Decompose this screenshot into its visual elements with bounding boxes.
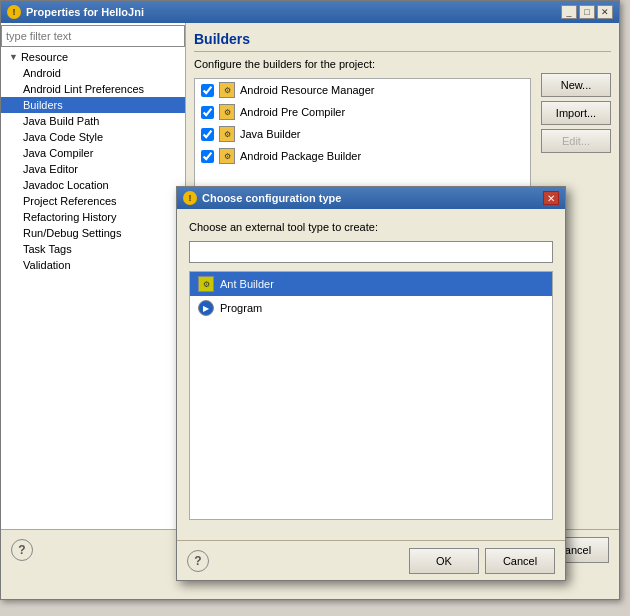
dialog-list: ⚙ Ant Builder ▶ Program bbox=[189, 271, 553, 520]
dialog-search-input[interactable] bbox=[189, 241, 553, 263]
dialog-ok-button[interactable]: OK bbox=[409, 548, 479, 574]
dialog-bottom: ? OK Cancel bbox=[177, 540, 565, 580]
dialog-title-bar: ! Choose configuration type ✕ bbox=[177, 187, 565, 209]
program-label: Program bbox=[220, 302, 262, 314]
modal-overlay: ! Choose configuration type ✕ Choose an … bbox=[1, 1, 619, 599]
dialog-content: Choose an external tool type to create: … bbox=[177, 209, 565, 540]
choose-config-dialog: ! Choose configuration type ✕ Choose an … bbox=[176, 186, 566, 581]
main-window: ! Properties for HelloJni _ □ ✕ ▼Resourc… bbox=[0, 0, 620, 600]
dialog-title-icon: ! bbox=[183, 191, 197, 205]
dialog-cancel-button[interactable]: Cancel bbox=[485, 548, 555, 574]
program-icon: ▶ bbox=[198, 300, 214, 316]
ant-builder-icon: ⚙ bbox=[198, 276, 214, 292]
dialog-description: Choose an external tool type to create: bbox=[189, 221, 553, 233]
ant-builder-label: Ant Builder bbox=[220, 278, 274, 290]
list-item-ant-builder[interactable]: ⚙ Ant Builder bbox=[190, 272, 552, 296]
list-item-program[interactable]: ▶ Program bbox=[190, 296, 552, 320]
dialog-help-icon[interactable]: ? bbox=[187, 550, 209, 572]
dialog-title: Choose configuration type bbox=[202, 192, 543, 204]
dialog-close-button[interactable]: ✕ bbox=[543, 191, 559, 205]
